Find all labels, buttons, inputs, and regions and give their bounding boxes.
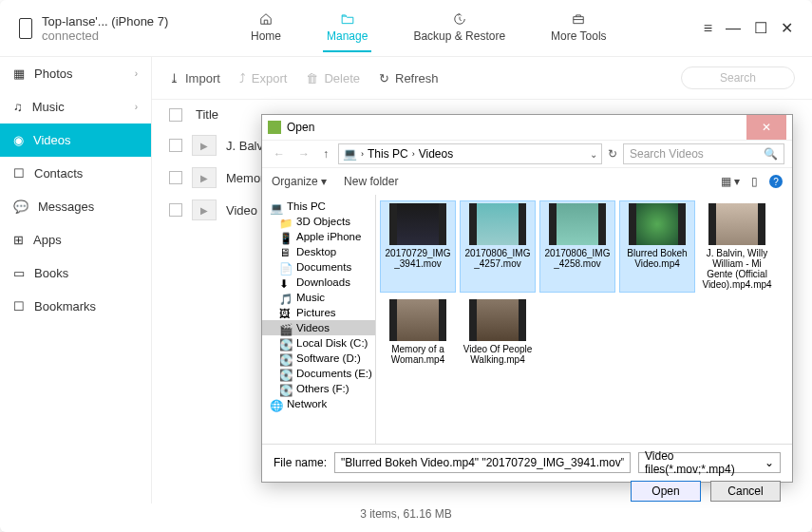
play-icon[interactable]: ▶ — [192, 200, 217, 220]
dialog-search-input[interactable]: Search Videos 🔍 — [623, 143, 784, 164]
nav-more[interactable]: More Tools — [547, 5, 610, 52]
play-icon[interactable]: ▶ — [192, 167, 217, 188]
cancel-button[interactable]: Cancel — [710, 481, 781, 502]
tree-item[interactable]: 💽Documents (E:) — [262, 366, 375, 381]
contacts-icon: ☐ — [13, 166, 25, 180]
tree-item[interactable]: 💻This PC — [262, 199, 375, 214]
sidebar-item-apps[interactable]: ⊞Apps — [0, 223, 151, 256]
view-menu[interactable]: ▦ ▾ — [721, 175, 740, 188]
import-icon: ⤓ — [169, 71, 179, 86]
tree-item[interactable]: ⬇Downloads — [262, 275, 375, 290]
open-dialog: Open ✕ ← → ↑ 💻 › This PC › Videos ⌄ ↻ Se… — [261, 114, 793, 483]
row-checkbox[interactable] — [169, 203, 182, 217]
open-button[interactable]: Open — [631, 481, 701, 502]
sidebar-item-label: Photos — [34, 66, 72, 81]
file-item[interactable]: Memory of a Woman.mp4 — [380, 296, 456, 368]
file-label: 20170806_IMG_4257.mov — [463, 248, 533, 269]
file-item[interactable]: 20170806_IMG_4257.mov — [460, 200, 536, 293]
export-icon: ⤴ — [239, 71, 246, 86]
sidebar-item-bookmarks[interactable]: ☐Bookmarks — [0, 290, 151, 323]
tree-item[interactable]: 📄Documents — [262, 259, 375, 275]
menu-icon[interactable]: ≡ — [704, 20, 712, 37]
row-checkbox[interactable] — [169, 171, 182, 184]
file-item[interactable]: 20170806_IMG_4258.mov — [539, 200, 615, 293]
nav-home[interactable]: Home — [247, 5, 285, 52]
device-name: Top-lanse'... (iPhone 7) — [42, 14, 168, 28]
video-thumbnail — [469, 203, 526, 245]
tree-item[interactable]: 📱Apple iPhone — [262, 229, 375, 244]
status-bar: 3 items, 61.16 MB — [0, 507, 812, 521]
tree-item[interactable]: 💽Others (F:) — [262, 381, 375, 396]
nav-manage[interactable]: Manage — [323, 5, 371, 52]
organize-menu[interactable]: Organize ▾ — [272, 175, 327, 188]
export-button[interactable]: ⤴Export — [239, 71, 288, 86]
video-icon: 🎬 — [279, 323, 292, 333]
play-icon[interactable]: ▶ — [192, 135, 217, 156]
search-icon: 🔍 — [764, 147, 778, 161]
sidebar-item-videos[interactable]: ◉Videos — [0, 124, 151, 157]
file-item[interactable]: Video Of People Walking.mp4 — [460, 296, 536, 368]
video-thumbnail — [389, 299, 446, 341]
video-thumbnail — [629, 203, 686, 245]
tree-label: Desktop — [296, 246, 336, 257]
refresh-button[interactable]: ↻ — [608, 147, 617, 161]
filetype-select[interactable]: Video files(*.mov;*.mp4)⌄ — [638, 452, 781, 473]
up-button[interactable]: ↑ — [319, 147, 332, 161]
file-item[interactable]: 20170729_IMG_3941.mov — [380, 200, 456, 293]
tree-item[interactable]: 💽Local Disk (C:) — [262, 335, 375, 351]
sidebar-item-photos[interactable]: ▦Photos› — [0, 57, 151, 90]
filename-input[interactable] — [334, 452, 631, 473]
select-all-checkbox[interactable] — [169, 108, 182, 122]
tree-item[interactable]: 🖼Pictures — [262, 305, 375, 320]
breadcrumb[interactable]: This PC — [368, 147, 408, 161]
tree-item[interactable]: 🖥Desktop — [262, 244, 375, 259]
dialog-icon — [268, 121, 281, 134]
close-button[interactable]: ✕ — [781, 19, 793, 37]
chevron-down-icon: ⌄ — [765, 456, 774, 469]
preview-toggle[interactable]: ▯ — [751, 175, 758, 188]
import-button[interactable]: ⤓Import — [169, 71, 220, 86]
sidebar-item-music[interactable]: ♫Music› — [0, 90, 151, 124]
file-label: 20170806_IMG_4258.mov — [542, 248, 613, 269]
help-icon[interactable]: ? — [769, 175, 783, 188]
nav-home-label: Home — [251, 29, 281, 43]
tree-label: Pictures — [296, 307, 336, 318]
video-thumbnail — [389, 203, 446, 245]
tree-item[interactable]: 📁3D Objects — [262, 214, 375, 229]
breadcrumb[interactable]: Videos — [419, 147, 453, 161]
maximize-button[interactable]: ☐ — [754, 19, 767, 37]
sidebar-item-messages[interactable]: 💬Messages — [0, 190, 151, 223]
tree-item[interactable]: 🌐Network — [262, 396, 375, 411]
search-input[interactable]: Search — [681, 66, 795, 89]
delete-button[interactable]: 🗑Delete — [306, 71, 360, 86]
nav-backup[interactable]: Backup & Restore — [409, 5, 509, 52]
download-icon: ⬇ — [279, 277, 292, 288]
file-item[interactable]: J. Balvin, Willy William - Mi Gente (Off… — [699, 200, 775, 293]
refresh-button[interactable]: ↻Refresh — [379, 71, 439, 86]
image-icon: ▦ — [13, 66, 25, 81]
sidebar-item-contacts[interactable]: ☐Contacts — [0, 157, 151, 190]
back-button[interactable]: ← — [270, 147, 289, 161]
organize-label: Organize — [272, 175, 318, 188]
address-bar[interactable]: 💻 › This PC › Videos ⌄ — [338, 143, 602, 164]
row-checkbox[interactable] — [169, 139, 182, 152]
file-label: Video Of People Walking.mp4 — [463, 344, 533, 365]
chevron-down-icon[interactable]: ⌄ — [590, 149, 597, 160]
search-placeholder: Search Videos — [630, 147, 704, 161]
forward-button[interactable]: → — [294, 147, 313, 161]
new-folder-button[interactable]: New folder — [344, 175, 398, 188]
tree-label: Others (F:) — [296, 383, 349, 394]
folder-icon — [340, 12, 355, 26]
sidebar-item-label: Bookmarks — [34, 299, 96, 314]
minimize-button[interactable]: — — [726, 20, 741, 37]
phone-icon — [19, 18, 32, 39]
file-item[interactable]: Blurred Bokeh Video.mp4 — [619, 200, 695, 293]
dialog-close-button[interactable]: ✕ — [746, 115, 786, 140]
tree-item[interactable]: 🎵Music — [262, 290, 375, 305]
sidebar-item-books[interactable]: ▭Books — [0, 256, 151, 290]
tree-item[interactable]: 💽Software (D:) — [262, 351, 375, 366]
video-thumbnail — [708, 203, 765, 245]
disk-icon: 💽 — [279, 353, 292, 364]
tree-item[interactable]: 🎬Videos — [262, 320, 375, 335]
sidebar-item-label: Apps — [33, 233, 62, 247]
